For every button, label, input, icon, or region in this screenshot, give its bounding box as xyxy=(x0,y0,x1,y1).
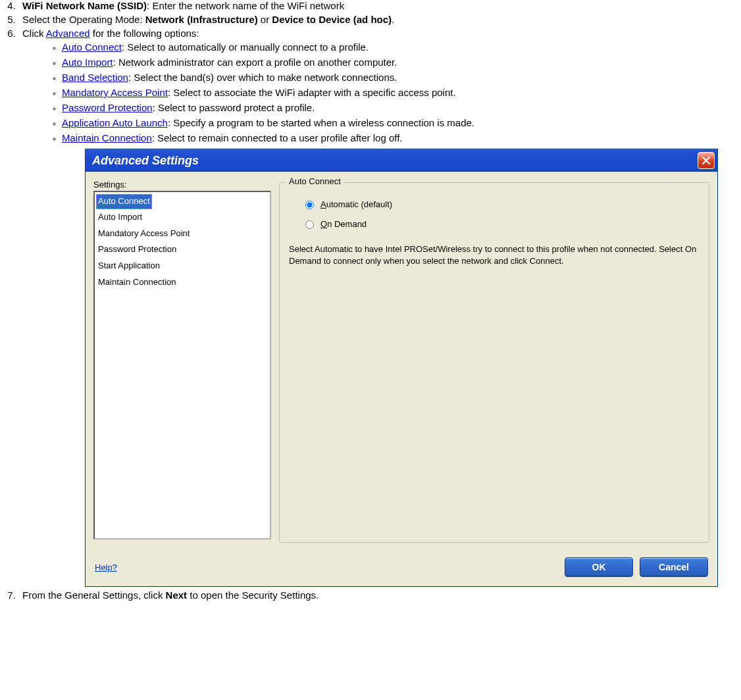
step-5-b2: Device to Device (ad hoc) xyxy=(272,14,392,25)
step-4-bold: WiFi Network Name (SSID) xyxy=(22,0,147,11)
band-selection-link[interactable]: Band Selection xyxy=(62,72,128,83)
radio-automatic-underline: A xyxy=(320,199,326,209)
password-protection-desc: : Select to password protect a profile. xyxy=(153,102,315,113)
step-5-mid: or xyxy=(258,14,272,25)
application-auto-launch-desc: : Specify a program to be started when a… xyxy=(168,117,474,128)
sub-band-selection: Band Selection: Select the band(s) over … xyxy=(62,72,741,83)
step-7-post: to open the Security Settings. xyxy=(187,589,319,601)
password-protection-link[interactable]: Password Protection xyxy=(62,102,153,113)
application-auto-launch-link[interactable]: Application Auto Launch xyxy=(62,117,168,128)
step-5-b1: Network (Infrastructure) xyxy=(145,14,258,25)
mandatory-access-point-desc: : Select to associate the WiFi adapter w… xyxy=(168,87,456,98)
sub-maintain-connection: Maintain Connection: Select to remain co… xyxy=(62,132,741,143)
list-item-start-application[interactable]: Start Application xyxy=(95,258,269,274)
mandatory-access-point-link[interactable]: Mandatory Access Point xyxy=(62,87,168,98)
groupbox-title: Auto Connect xyxy=(286,176,344,186)
list-item-maintain-connection[interactable]: Maintain Connection xyxy=(95,274,269,291)
sub-mandatory-access-point: Mandatory Access Point: Select to associ… xyxy=(62,87,741,98)
advanced-settings-dialog: Advanced Settings Settings: Auto Connect… xyxy=(85,149,718,587)
list-item-password-protection[interactable]: Password Protection xyxy=(95,241,269,258)
step-6-post: for the following options: xyxy=(90,28,199,39)
radio-on-demand-underline: O xyxy=(320,219,327,229)
step-6-pre: Click xyxy=(22,28,46,39)
list-item-mandatory-access-point[interactable]: Mandatory Access Point xyxy=(95,226,269,242)
maintain-connection-desc: : Select to remain connected to a user p… xyxy=(152,132,403,143)
close-icon[interactable] xyxy=(698,152,715,169)
maintain-connection-link[interactable]: Maintain Connection xyxy=(62,132,152,143)
help-link[interactable]: Help? xyxy=(95,562,117,572)
radio-on-demand[interactable]: On Demand xyxy=(302,218,700,229)
band-selection-desc: : Select the band(s) over which to make … xyxy=(128,72,397,83)
ok-button[interactable]: OK xyxy=(565,557,633,577)
sub-password-protection: Password Protection: Select to password … xyxy=(62,102,741,113)
list-item-auto-import[interactable]: Auto Import xyxy=(95,209,269,226)
auto-connect-desc: : Select to automatically or manually co… xyxy=(122,41,369,53)
sub-auto-import: Auto Import: Network administrator can e… xyxy=(62,57,741,68)
radio-automatic-input[interactable] xyxy=(305,201,314,209)
settings-label: Settings: xyxy=(93,180,271,189)
step-7: From the General Settings, click Next to… xyxy=(18,589,741,601)
step-6: Click Advanced for the following options… xyxy=(18,28,741,587)
step-4: WiFi Network Name (SSID): Enter the netw… xyxy=(18,0,741,11)
dialog-titlebar: Advanced Settings xyxy=(86,149,717,172)
step-4-text: : Enter the network name of the WiFi net… xyxy=(147,0,344,11)
settings-listbox[interactable]: Auto Connect Auto Import Mandatory Acces… xyxy=(93,191,271,539)
radio-automatic[interactable]: Automatic (default) xyxy=(302,199,700,209)
step-5-pre: Select the Operating Mode: xyxy=(22,14,145,25)
dialog-title: Advanced Settings xyxy=(92,154,199,168)
auto-connect-description: Select Automatic to have Intel PROSet/Wi… xyxy=(289,243,700,266)
auto-connect-link[interactable]: Auto Connect xyxy=(62,41,122,53)
auto-import-desc: : Network administrator can export a pro… xyxy=(113,57,397,68)
step-7-pre: From the General Settings, click xyxy=(22,589,166,601)
radio-on-demand-input[interactable] xyxy=(305,220,314,229)
radio-on-demand-label: n Demand xyxy=(327,219,367,229)
step-5: Select the Operating Mode: Network (Infr… xyxy=(18,14,741,25)
auto-import-link[interactable]: Auto Import xyxy=(62,57,113,68)
list-item-auto-connect[interactable]: Auto Connect xyxy=(96,194,152,209)
auto-connect-groupbox: Auto Connect Automatic (default) On Dema… xyxy=(279,182,709,543)
radio-automatic-label: utomatic (default) xyxy=(326,199,392,209)
advanced-link[interactable]: Advanced xyxy=(46,28,90,39)
cancel-button[interactable]: Cancel xyxy=(640,557,708,577)
sub-application-auto-launch: Application Auto Launch: Specify a progr… xyxy=(62,117,741,128)
sub-auto-connect: Auto Connect: Select to automatically or… xyxy=(62,41,741,53)
step-7-bold: Next xyxy=(166,589,188,601)
step-5-end: . xyxy=(392,14,394,25)
